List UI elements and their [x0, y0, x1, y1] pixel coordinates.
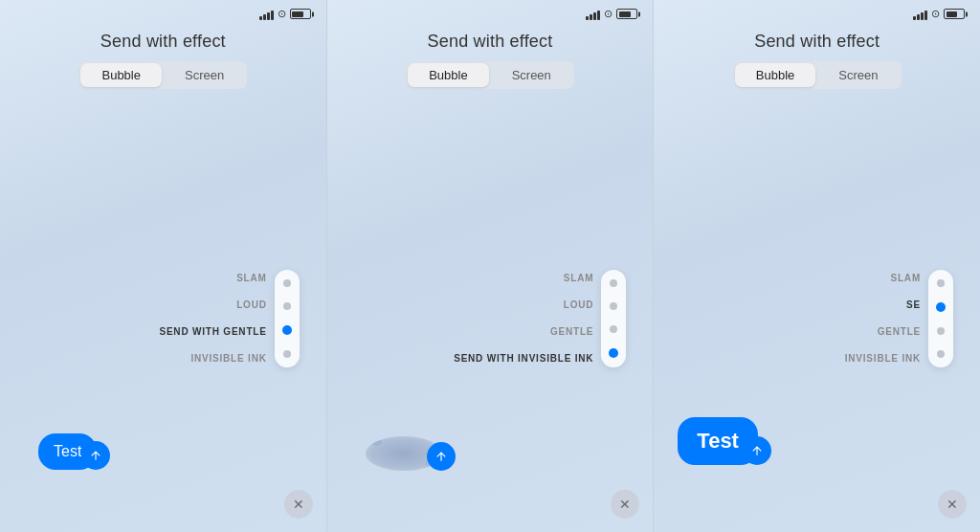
message-preview-3: Test — [678, 417, 758, 465]
signal-bar — [267, 12, 270, 20]
effect-label-loud-2: LOUD — [564, 301, 594, 309]
bubble-wrapper-1: Test — [38, 433, 97, 470]
close-icon-2: ✕ — [619, 497, 631, 512]
signal-bar — [263, 14, 266, 20]
signal-bar — [586, 16, 589, 20]
signal-bars-3 — [913, 9, 927, 20]
effect-label-invisible-2: SEND WITH INVISIBLE INK — [454, 355, 593, 363]
status-icons-1: ⊙ — [259, 8, 311, 20]
page-title-1: Send with effect — [100, 32, 226, 52]
effect-dot-10[interactable] — [936, 302, 946, 312]
effect-dot-6[interactable] — [610, 302, 617, 310]
battery-icon-3 — [944, 9, 965, 19]
signal-bars-2 — [586, 9, 600, 20]
close-icon-1: ✕ — [293, 497, 304, 512]
effect-label-send-3: SE — [906, 301, 921, 309]
effects-container-1: Test SLAM LOUD SEND WITH GENTLE INVISIBL… — [10, 104, 317, 532]
status-icons-2: ⊙ — [586, 8, 637, 20]
effect-label-gentle-2: GENTLE — [550, 328, 593, 336]
bubble-wrapper-2 — [366, 436, 442, 471]
header-3: Send with effect — [754, 24, 880, 61]
effects-pill-2[interactable] — [601, 270, 626, 367]
effect-label-slam-2: SLAM — [564, 275, 594, 282]
effect-dot-9[interactable] — [937, 279, 945, 287]
signal-bar — [924, 11, 927, 20]
signal-bar — [593, 12, 596, 20]
signal-bars-1 — [259, 9, 274, 20]
bubble-tab-1[interactable]: Bubble — [80, 63, 161, 87]
effect-labels-1: SLAM LOUD SEND WITH GENTLE INVISIBLE INK — [159, 275, 266, 363]
send-button-1[interactable] — [81, 441, 110, 470]
effect-dot-7[interactable] — [610, 325, 617, 333]
effects-area-1: Test SLAM LOUD SEND WITH GENTLE INVISIBL… — [0, 104, 326, 532]
signal-bar — [917, 14, 920, 20]
effect-dot-2[interactable] — [283, 302, 291, 310]
effect-dot-3[interactable] — [282, 325, 292, 335]
effects-container-3: Test SLAM SE GENTLE INVISIBLE INK — [663, 104, 970, 532]
phone-panel-1: ⊙ Send with effect Bubble Screen Test — [0, 0, 327, 532]
status-icons-3: ⊙ — [913, 8, 965, 20]
bubble-tab-3[interactable]: Bubble — [735, 63, 815, 87]
effects-pill-1[interactable] — [275, 270, 300, 367]
send-button-3[interactable] — [743, 436, 771, 465]
effects-area-2: SLAM LOUD GENTLE SEND WITH INVISIBLE INK — [327, 104, 654, 532]
bubble-tab-2[interactable]: Bubble — [408, 63, 488, 87]
effects-area-3: Test SLAM SE GENTLE INVISIBLE INK — [654, 104, 980, 532]
close-button-1[interactable]: ✕ — [284, 490, 313, 519]
header-2: Send with effect — [428, 24, 553, 61]
effect-label-slam-3: SLAM — [890, 275, 921, 282]
effect-dot-12[interactable] — [937, 350, 945, 358]
signal-bar — [597, 11, 600, 20]
phone-panel-3: ⊙ Send with effect Bubble Screen Test — [654, 0, 980, 532]
battery-icon-2 — [616, 9, 637, 19]
effect-dot-11[interactable] — [937, 327, 945, 335]
effect-dot-5[interactable] — [610, 279, 617, 287]
message-preview-1: Test — [38, 433, 97, 470]
effect-labels-2: SLAM LOUD GENTLE SEND WITH INVISIBLE INK — [454, 275, 593, 363]
effect-label-gentle-1: SEND WITH GENTLE — [159, 328, 266, 336]
status-bar-1: ⊙ — [0, 0, 326, 24]
effect-dot-4[interactable] — [283, 350, 291, 358]
screen-tab-2[interactable]: Screen — [491, 63, 572, 87]
status-bar-2: ⊙ — [327, 0, 654, 24]
status-bar-3: ⊙ — [654, 0, 980, 24]
signal-bar — [259, 16, 262, 20]
signal-bar — [913, 16, 916, 20]
effects-container-2: SLAM LOUD GENTLE SEND WITH INVISIBLE INK — [337, 104, 644, 532]
wifi-icon-2: ⊙ — [604, 8, 612, 20]
effect-label-invisible-3: INVISIBLE INK — [845, 355, 921, 363]
header-1: Send with effect — [100, 24, 226, 61]
send-button-2[interactable] — [427, 442, 456, 471]
page-title-3: Send with effect — [754, 32, 880, 52]
phone-panel-2: ⊙ Send with effect Bubble Screen — [327, 0, 655, 532]
screen-tab-1[interactable]: Screen — [164, 63, 245, 87]
wifi-icon-3: ⊙ — [931, 8, 940, 20]
segment-control-1: Bubble Screen — [78, 61, 247, 89]
effect-label-gentle-3: GENTLE — [878, 328, 921, 336]
signal-bar — [590, 14, 592, 20]
effect-dot-1[interactable] — [283, 279, 291, 287]
screen-tab-3[interactable]: Screen — [817, 63, 899, 87]
bubble-wrapper-3: Test — [678, 417, 758, 465]
effect-label-loud-1: LOUD — [236, 301, 267, 309]
wifi-icon-1: ⊙ — [278, 8, 286, 20]
effect-label-slam-1: SLAM — [236, 275, 267, 282]
effect-dot-8[interactable] — [609, 348, 618, 358]
close-button-3[interactable]: ✕ — [938, 490, 967, 519]
page-title-2: Send with effect — [428, 32, 553, 52]
effect-labels-3: SLAM SE GENTLE INVISIBLE INK — [845, 275, 921, 363]
segment-control-2: Bubble Screen — [406, 61, 574, 89]
battery-icon-1 — [290, 9, 311, 19]
segment-control-3: Bubble Screen — [733, 61, 902, 89]
message-preview-2 — [366, 436, 442, 475]
signal-bar — [271, 11, 274, 20]
effect-label-invisible-1: INVISIBLE INK — [190, 355, 266, 363]
close-icon-3: ✕ — [947, 497, 958, 512]
signal-bar — [921, 12, 924, 20]
effects-pill-3[interactable] — [928, 270, 953, 367]
